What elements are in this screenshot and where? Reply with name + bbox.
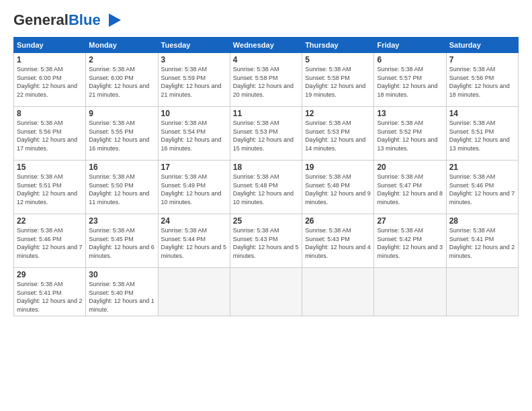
day-info: Sunrise: 5:38 AMSunset: 5:51 PMDaylight:…	[449, 119, 515, 152]
table-row	[446, 268, 518, 316]
logo: GeneralBlue	[13, 10, 122, 30]
day-number: 28	[449, 216, 515, 226]
day-info: Sunrise: 5:38 AMSunset: 5:56 PMDaylight:…	[17, 119, 83, 152]
day-number: 18	[233, 163, 299, 172]
logo-icon	[102, 10, 122, 30]
day-number: 1	[17, 55, 83, 64]
day-number: 3	[161, 55, 227, 64]
table-row	[302, 268, 374, 316]
table-row: 6Sunrise: 5:38 AMSunset: 5:57 PMDaylight…	[374, 53, 446, 107]
day-number: 26	[305, 216, 371, 226]
table-row: 27Sunrise: 5:38 AMSunset: 5:42 PMDayligh…	[374, 214, 446, 268]
day-info: Sunrise: 5:38 AMSunset: 5:48 PMDaylight:…	[233, 173, 299, 206]
day-number: 27	[377, 216, 443, 226]
table-row: 25Sunrise: 5:38 AMSunset: 5:43 PMDayligh…	[230, 214, 302, 268]
day-number: 7	[449, 55, 515, 64]
col-sunday: Sunday	[14, 38, 86, 53]
table-row: 16Sunrise: 5:38 AMSunset: 5:50 PMDayligh…	[86, 161, 158, 214]
day-number: 22	[17, 216, 83, 226]
day-info: Sunrise: 5:38 AMSunset: 5:46 PMDaylight:…	[17, 226, 83, 260]
day-info: Sunrise: 5:38 AMSunset: 5:47 PMDaylight:…	[377, 173, 443, 206]
day-number: 8	[17, 109, 83, 118]
day-info: Sunrise: 5:38 AMSunset: 5:59 PMDaylight:…	[161, 65, 227, 99]
day-number: 13	[377, 109, 443, 118]
day-info: Sunrise: 5:38 AMSunset: 5:43 PMDaylight:…	[305, 226, 371, 260]
day-number: 4	[233, 55, 299, 64]
calendar-body: 1Sunrise: 5:38 AMSunset: 6:00 PMDaylight…	[14, 53, 519, 316]
day-number: 30	[89, 270, 154, 279]
day-number: 12	[305, 109, 371, 118]
day-info: Sunrise: 5:38 AMSunset: 5:40 PMDaylight:…	[89, 280, 154, 314]
calendar-table: Sunday Monday Tuesday Wednesday Thursday…	[13, 37, 519, 316]
day-number: 15	[17, 163, 83, 172]
day-number: 20	[377, 163, 443, 172]
day-number: 17	[161, 163, 227, 172]
table-row: 7Sunrise: 5:38 AMSunset: 5:56 PMDaylight…	[446, 53, 518, 107]
day-number: 5	[305, 55, 371, 64]
table-row: 24Sunrise: 5:38 AMSunset: 5:44 PMDayligh…	[158, 214, 230, 268]
col-saturday: Saturday	[446, 38, 518, 53]
col-monday: Monday	[86, 38, 158, 53]
table-row: 20Sunrise: 5:38 AMSunset: 5:47 PMDayligh…	[374, 161, 446, 214]
table-row: 11Sunrise: 5:38 AMSunset: 5:53 PMDayligh…	[230, 107, 302, 161]
table-row: 30Sunrise: 5:38 AMSunset: 5:40 PMDayligh…	[86, 268, 158, 316]
day-info: Sunrise: 5:38 AMSunset: 5:53 PMDaylight:…	[233, 119, 299, 152]
table-row: 5Sunrise: 5:38 AMSunset: 5:58 PMDaylight…	[302, 53, 374, 107]
day-info: Sunrise: 5:38 AMSunset: 5:46 PMDaylight:…	[449, 173, 515, 206]
day-info: Sunrise: 5:38 AMSunset: 5:44 PMDaylight:…	[161, 226, 227, 260]
day-info: Sunrise: 5:38 AMSunset: 5:49 PMDaylight:…	[161, 173, 227, 206]
table-row: 26Sunrise: 5:38 AMSunset: 5:43 PMDayligh…	[302, 214, 374, 268]
day-number: 24	[161, 216, 227, 226]
day-info: Sunrise: 5:38 AMSunset: 5:53 PMDaylight:…	[305, 119, 371, 152]
day-number: 16	[89, 163, 154, 172]
day-info: Sunrise: 5:38 AMSunset: 5:51 PMDaylight:…	[17, 173, 83, 206]
table-row: 17Sunrise: 5:38 AMSunset: 5:49 PMDayligh…	[158, 161, 230, 214]
logo-text: GeneralBlue	[13, 13, 101, 28]
day-number: 25	[233, 216, 299, 226]
day-info: Sunrise: 5:38 AMSunset: 5:52 PMDaylight:…	[377, 119, 443, 152]
table-row: 23Sunrise: 5:38 AMSunset: 5:45 PMDayligh…	[86, 214, 158, 268]
day-info: Sunrise: 5:38 AMSunset: 5:42 PMDaylight:…	[377, 226, 443, 260]
table-row: 21Sunrise: 5:38 AMSunset: 5:46 PMDayligh…	[446, 161, 518, 214]
day-info: Sunrise: 5:38 AMSunset: 5:58 PMDaylight:…	[305, 65, 371, 99]
svg-marker-0	[109, 13, 121, 27]
day-number: 19	[305, 163, 371, 172]
table-row: 8Sunrise: 5:38 AMSunset: 5:56 PMDaylight…	[14, 107, 86, 161]
day-number: 6	[377, 55, 443, 64]
table-row: 4Sunrise: 5:38 AMSunset: 5:58 PMDaylight…	[230, 53, 302, 107]
day-number: 14	[449, 109, 515, 118]
header: GeneralBlue	[13, 10, 519, 30]
col-wednesday: Wednesday	[230, 38, 302, 53]
table-row: 10Sunrise: 5:38 AMSunset: 5:54 PMDayligh…	[158, 107, 230, 161]
day-info: Sunrise: 5:38 AMSunset: 5:58 PMDaylight:…	[233, 65, 299, 99]
day-number: 11	[233, 109, 299, 118]
table-row	[158, 268, 230, 316]
table-row: 13Sunrise: 5:38 AMSunset: 5:52 PMDayligh…	[374, 107, 446, 161]
page-container: GeneralBlue Sunday Monday Tuesday Wednes…	[0, 0, 532, 323]
day-number: 10	[161, 109, 227, 118]
col-thursday: Thursday	[302, 38, 374, 53]
table-row: 14Sunrise: 5:38 AMSunset: 5:51 PMDayligh…	[446, 107, 518, 161]
table-row: 22Sunrise: 5:38 AMSunset: 5:46 PMDayligh…	[14, 214, 86, 268]
table-row: 3Sunrise: 5:38 AMSunset: 5:59 PMDaylight…	[158, 53, 230, 107]
column-header-row: Sunday Monday Tuesday Wednesday Thursday…	[14, 38, 519, 53]
day-number: 23	[89, 216, 154, 226]
day-number: 29	[17, 270, 83, 279]
table-row: 9Sunrise: 5:38 AMSunset: 5:55 PMDaylight…	[86, 107, 158, 161]
day-info: Sunrise: 5:38 AMSunset: 5:54 PMDaylight:…	[161, 119, 227, 152]
table-row: 1Sunrise: 5:38 AMSunset: 6:00 PMDaylight…	[14, 53, 86, 107]
day-info: Sunrise: 5:38 AMSunset: 5:50 PMDaylight:…	[89, 173, 154, 206]
day-info: Sunrise: 5:38 AMSunset: 6:00 PMDaylight:…	[17, 65, 83, 99]
day-info: Sunrise: 5:38 AMSunset: 5:57 PMDaylight:…	[377, 65, 443, 99]
day-info: Sunrise: 5:38 AMSunset: 5:55 PMDaylight:…	[89, 119, 154, 152]
table-row: 12Sunrise: 5:38 AMSunset: 5:53 PMDayligh…	[302, 107, 374, 161]
day-info: Sunrise: 5:38 AMSunset: 5:41 PMDaylight:…	[449, 226, 515, 260]
day-number: 21	[449, 163, 515, 172]
day-number: 9	[89, 109, 154, 118]
table-row: 19Sunrise: 5:38 AMSunset: 5:48 PMDayligh…	[302, 161, 374, 214]
table-row: 15Sunrise: 5:38 AMSunset: 5:51 PMDayligh…	[14, 161, 86, 214]
col-tuesday: Tuesday	[158, 38, 230, 53]
day-info: Sunrise: 5:38 AMSunset: 5:48 PMDaylight:…	[305, 173, 371, 206]
col-friday: Friday	[374, 38, 446, 53]
table-row	[374, 268, 446, 316]
